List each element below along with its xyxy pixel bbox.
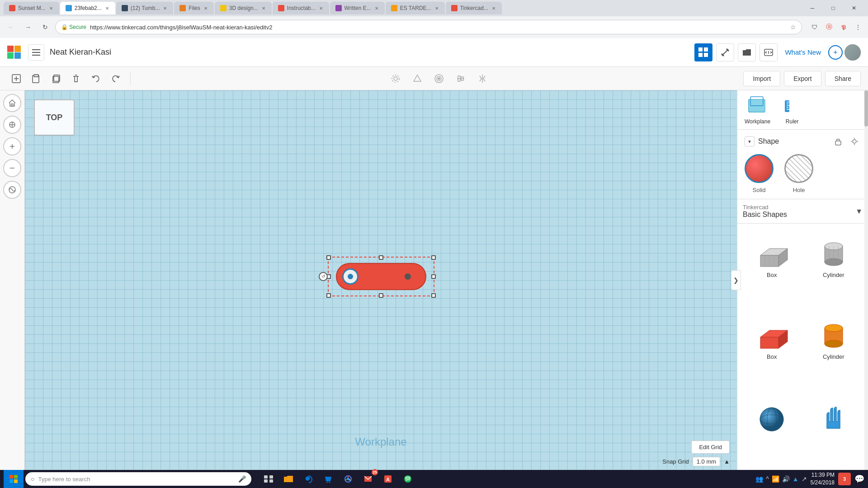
redo-button[interactable] [107, 70, 125, 88]
share-button[interactable]: Share [825, 71, 861, 86]
taskbar-file-explorer[interactable] [280, 471, 297, 487]
add-user-button[interactable]: + [828, 45, 843, 60]
taskbar-edge[interactable] [300, 471, 316, 487]
paste-button[interactable] [27, 70, 45, 88]
mirror-tool-button[interactable] [473, 70, 491, 88]
dropbox-icon[interactable]: ▲ [793, 475, 799, 483]
red-capsule-object[interactable] [336, 263, 426, 290]
ruler-tool[interactable]: Ruler [781, 95, 803, 125]
library-dropdown-icon[interactable]: ▼ [855, 207, 863, 216]
taskbar-task-view[interactable] [260, 471, 277, 487]
handle-bottom-right[interactable] [431, 293, 436, 298]
address-box[interactable]: 🔒 Secure https://www.tinkercad.com/thing… [55, 20, 802, 34]
handle-bottom-middle[interactable] [379, 293, 383, 298]
panel-collapse-handle[interactable]: ❯ [731, 270, 741, 290]
taskbar-store[interactable] [320, 471, 336, 487]
zoom-in-button[interactable] [3, 137, 21, 155]
workplane-tool[interactable]: Workplane [745, 95, 770, 125]
hole-option[interactable]: Hole [784, 154, 813, 193]
tab-3ddesign[interactable]: 3D design... ✕ [215, 2, 272, 14]
chat-icon[interactable]: 💬 [854, 474, 864, 484]
home-view-button[interactable] [3, 94, 21, 112]
user-avatar[interactable] [844, 44, 861, 61]
taskbar-chrome[interactable] [340, 471, 356, 487]
tinkercad-logo[interactable] [7, 46, 23, 59]
tab-close-active[interactable]: ✕ [104, 5, 110, 12]
tab-files[interactable]: Files ✕ [174, 2, 213, 14]
bookmark-icon[interactable]: ☆ [790, 23, 796, 31]
tab-close-es[interactable]: ✕ [434, 5, 439, 12]
light-tool-button[interactable] [387, 70, 405, 88]
shape-collapse-button[interactable]: ▼ [745, 136, 755, 146]
export-button[interactable]: Export [784, 71, 821, 86]
tab-close-tk2[interactable]: ✕ [491, 5, 496, 12]
chevron-up-icon[interactable]: ^ [766, 475, 769, 483]
canvas-object[interactable]: ↺ [328, 257, 434, 296]
maximize-button[interactable]: □ [823, 0, 844, 16]
taskbar-search[interactable]: ○ Type here to search 🎤 [25, 472, 251, 486]
tab-close[interactable]: ✕ [48, 5, 54, 12]
pinterest-icon-btn[interactable]: 𝕻 [837, 21, 850, 33]
refresh-button[interactable]: ↻ [38, 20, 52, 34]
snap-up-icon[interactable]: ▲ [724, 458, 730, 465]
taskbar-mail[interactable]: 25 [360, 471, 376, 487]
adblock-icon-btn[interactable]: ⓐ [823, 21, 835, 33]
perspective-tool-button[interactable] [408, 70, 426, 88]
shape-item-cylinder-gray[interactable]: Cylinder [805, 229, 863, 307]
add-shape-button[interactable] [7, 70, 25, 88]
tab-close-3d[interactable]: ✕ [261, 5, 266, 12]
network-icon[interactable]: 📶 [772, 475, 779, 483]
shape-lock-button[interactable] [832, 135, 844, 148]
handle-top-left[interactable] [326, 255, 331, 260]
tab-close-tumblr[interactable]: ✕ [162, 5, 168, 12]
library-scrollbar[interactable] [864, 90, 868, 470]
close-button[interactable]: ✕ [844, 0, 864, 16]
taskbar-adobe[interactable]: A [380, 471, 396, 487]
shape-item-box-gray[interactable]: Box [743, 229, 801, 307]
handle-top-right[interactable] [431, 255, 436, 260]
speaker-icon[interactable]: 🔊 [782, 475, 790, 483]
tab-tumblr[interactable]: (12) Tumb... ✕ [116, 2, 174, 14]
canvas-area[interactable]: TOP Workplane ↺ [25, 90, 737, 470]
solid-option[interactable]: Solid [745, 154, 774, 193]
minimize-button[interactable]: ─ [802, 0, 823, 16]
tab-close-files[interactable]: ✕ [203, 5, 208, 12]
handle-middle-right[interactable] [431, 274, 436, 279]
edit-grid-button[interactable]: Edit Grid [691, 441, 730, 454]
start-button[interactable] [4, 470, 24, 488]
tab-instructables[interactable]: Instructab... ✕ [273, 2, 329, 14]
back-button[interactable]: ← [4, 20, 18, 34]
shape-item-box-red[interactable]: Box [743, 311, 801, 389]
forward-button[interactable]: → [21, 20, 35, 34]
taskbar-spotify[interactable] [400, 471, 416, 487]
duplicate-button[interactable] [47, 70, 65, 88]
tab-tinkercad-active[interactable]: 23febab2... ✕ [60, 2, 115, 14]
shape-item-sphere-blue[interactable] [743, 393, 801, 465]
handle-bottom-left[interactable] [326, 293, 331, 298]
tab-written[interactable]: Written E... ✕ [330, 2, 385, 14]
shield-icon-btn[interactable]: 🛡 [808, 21, 821, 33]
delete-button[interactable] [67, 70, 85, 88]
shape-light-button[interactable] [848, 135, 861, 148]
grid-view-button[interactable] [694, 43, 712, 61]
zoom-out-button[interactable] [3, 159, 21, 177]
whats-new-button[interactable]: What's New [781, 48, 825, 56]
undo-button[interactable] [87, 70, 105, 88]
toggle-view-button[interactable] [3, 181, 21, 199]
people-icon[interactable]: 👥 [755, 475, 763, 483]
folder-view-button[interactable] [738, 43, 756, 61]
code-view-button[interactable] [760, 43, 778, 61]
align-tool-button[interactable] [452, 70, 470, 88]
tab-close-inst[interactable]: ✕ [318, 5, 324, 12]
mic-icon[interactable]: 🎤 [238, 475, 246, 483]
notification-badge[interactable]: 3 [838, 473, 851, 485]
hamburger-button[interactable] [28, 44, 44, 61]
handle-top-middle[interactable] [379, 255, 383, 260]
fit-view-button[interactable] [3, 116, 21, 134]
arrow-icon[interactable]: ↗ [802, 475, 807, 483]
shape-item-cylinder-orange[interactable]: Cylinder [805, 311, 863, 389]
extension-icon-btn[interactable]: ⋮ [852, 21, 864, 33]
import-button[interactable]: Import [743, 71, 780, 86]
tab-close-written[interactable]: ✕ [374, 5, 379, 12]
camera-tool-button[interactable] [430, 70, 448, 88]
